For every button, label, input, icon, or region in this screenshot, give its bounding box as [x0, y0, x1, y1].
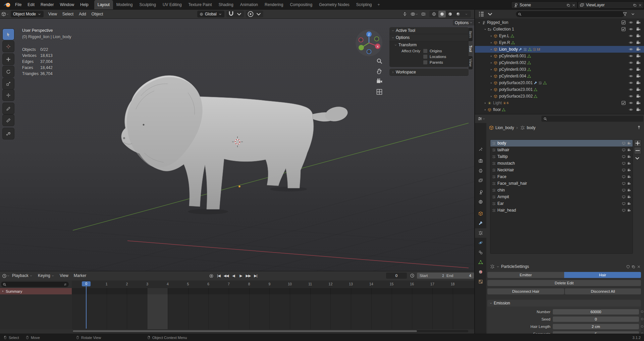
check-toggle-icon[interactable]	[621, 101, 626, 105]
emission-panel-header[interactable]: Emission	[487, 300, 641, 306]
eye-toggle-icon[interactable]	[629, 20, 633, 25]
properties-tab-tool[interactable]	[475, 145, 486, 154]
add-workspace-button[interactable]: +	[375, 0, 382, 9]
channel-search-input[interactable]	[1, 282, 69, 287]
navigation-gizmo[interactable]: Z X	[356, 30, 382, 56]
check-toggle-icon[interactable]	[621, 27, 626, 32]
properties-tab-texture[interactable]	[475, 277, 486, 286]
particle-system-tailhair[interactable]: tailhair	[490, 147, 633, 153]
menu-render[interactable]: Render	[38, 0, 57, 9]
viewport-3d[interactable]: User Perspective (0) Rigged_lion | Lion_…	[0, 19, 474, 271]
eye-toggle-icon[interactable]	[629, 40, 633, 45]
properties-tab-render[interactable]	[475, 156, 486, 166]
properties-tab-world[interactable]	[475, 197, 486, 207]
outliner-row-pcylinder8-004[interactable]: pCylinder8.004	[475, 73, 644, 79]
eye-toggle-icon[interactable]	[629, 54, 633, 58]
shading-solid-button[interactable]	[438, 11, 446, 17]
menu-window[interactable]: Window	[57, 0, 77, 9]
viewport-display-icon[interactable]	[622, 168, 626, 172]
outliner-row-pcylinder8-002[interactable]: pCylinder8.002	[475, 59, 644, 66]
camera-view-icon[interactable]	[376, 78, 383, 84]
viewport-display-icon[interactable]	[622, 182, 626, 185]
eye-toggle-icon[interactable]	[629, 47, 633, 52]
shading-wireframe-button[interactable]	[430, 11, 438, 17]
properties-search-input[interactable]	[541, 116, 643, 122]
tool-cursor[interactable]	[3, 41, 14, 52]
properties-tab-output[interactable]	[475, 166, 486, 175]
viewport-display-icon[interactable]	[622, 162, 626, 165]
editor-type-button[interactable]	[478, 115, 485, 122]
cam-toggle-icon[interactable]	[636, 101, 641, 105]
properties-tab-particles[interactable]	[475, 228, 486, 238]
outliner-row-pcylinder8-001[interactable]: pCylinder8.001	[475, 53, 644, 59]
tool-annotate[interactable]	[3, 103, 14, 114]
cam-toggle-icon[interactable]	[636, 87, 641, 92]
viewport-display-icon[interactable]	[622, 202, 626, 206]
jump-to-end-button[interactable]: ▶|	[252, 273, 259, 279]
eye-toggle-icon[interactable]	[629, 80, 633, 85]
disclosure-icon[interactable]	[1, 290, 4, 293]
check-toggle-icon[interactable]	[621, 20, 626, 25]
particle-system-armpit[interactable]: Armpit	[490, 193, 633, 200]
workspace-tab-sculpting[interactable]: Sculpting	[136, 0, 159, 9]
proportional-dropdown[interactable]	[255, 11, 262, 17]
properties-tab-material[interactable]	[475, 267, 486, 277]
cam-toggle-icon[interactable]	[636, 27, 641, 32]
playhead[interactable]	[86, 281, 87, 329]
workspace-tab-texture-paint[interactable]: Texture Paint	[185, 0, 215, 9]
properties-tab-constraints[interactable]	[475, 248, 486, 257]
outliner-row-lion-body[interactable]: Lion_body12	[475, 46, 644, 53]
sidebar-tab-view[interactable]: View	[469, 56, 473, 69]
filter-arrows-icon[interactable]	[63, 283, 67, 286]
cam-toggle-icon[interactable]	[636, 94, 641, 99]
zoom-icon[interactable]	[376, 58, 383, 64]
render-display-icon[interactable]	[627, 155, 631, 159]
viewport-display-icon[interactable]	[622, 155, 626, 159]
particle-system-face-small-hair[interactable]: Face_small_hair	[490, 180, 633, 187]
subpanel-transform[interactable]: Transform	[389, 42, 469, 48]
timeline-menu-playback[interactable]: Playback	[9, 271, 35, 280]
timeline-scrollbar[interactable]	[72, 330, 468, 332]
viewport-display-icon[interactable]	[622, 175, 626, 179]
render-display-icon[interactable]	[627, 195, 631, 199]
cam-toggle-icon[interactable]	[636, 34, 641, 38]
particlesettings-name[interactable]: ParticleSettings	[501, 264, 529, 269]
viewport-menu-select[interactable]: Select	[60, 10, 76, 18]
orientation-dropdown[interactable]: Global	[197, 11, 224, 17]
pin-icon[interactable]	[637, 125, 641, 130]
editor-type-button[interactable]	[478, 11, 485, 17]
eye-toggle-icon[interactable]	[629, 60, 633, 65]
breadcrumb-object[interactable]: Lion_body	[495, 125, 514, 130]
show-gizmo-dropdown[interactable]	[401, 11, 409, 17]
particle-system-body[interactable]: body	[490, 140, 633, 147]
outliner-row-polysurface20-001[interactable]: polySurface20.001	[475, 79, 644, 86]
fake-user-shield-icon[interactable]	[626, 265, 630, 269]
shading-material-button[interactable]	[446, 11, 454, 17]
cam-toggle-icon[interactable]	[636, 80, 641, 85]
filter-icon[interactable]	[623, 12, 627, 16]
checkbox-parents[interactable]	[423, 60, 428, 65]
cam-toggle-icon[interactable]	[636, 20, 641, 25]
jump-to-start-button[interactable]: |◀	[215, 273, 222, 279]
outliner-row-floor[interactable]: floor	[475, 106, 644, 113]
cam-toggle-icon[interactable]	[636, 107, 641, 112]
disconnect-hair-button[interactable]: Disconnect Hair	[487, 288, 564, 294]
browse-chevron-icon[interactable]	[496, 265, 499, 268]
field-value[interactable]: 2 cm	[553, 324, 639, 329]
particle-system-ear[interactable]: Ear	[490, 200, 633, 207]
properties-tab-object[interactable]	[475, 209, 486, 218]
type-hair-button[interactable]: Hair	[564, 272, 641, 278]
outliner-row-light[interactable]: Light6	[475, 100, 644, 106]
workspace-tab-shading[interactable]: Shading	[215, 0, 237, 9]
keyframe-region[interactable]	[72, 288, 474, 329]
panel-active-tool[interactable]: Active Tool	[389, 27, 469, 34]
viewport-options-button[interactable]: Options	[453, 20, 474, 25]
checkbox-origins[interactable]	[423, 49, 428, 53]
breadcrumb-item[interactable]: body	[527, 125, 535, 130]
properties-tab-modifiers[interactable]	[475, 219, 486, 228]
menu-file[interactable]: File	[12, 0, 24, 9]
duplicate-data-icon[interactable]	[632, 265, 635, 269]
remove-viewlayer-icon[interactable]	[638, 3, 642, 7]
display-mode-dropdown[interactable]	[486, 11, 494, 17]
viewport-display-icon[interactable]	[622, 195, 626, 199]
